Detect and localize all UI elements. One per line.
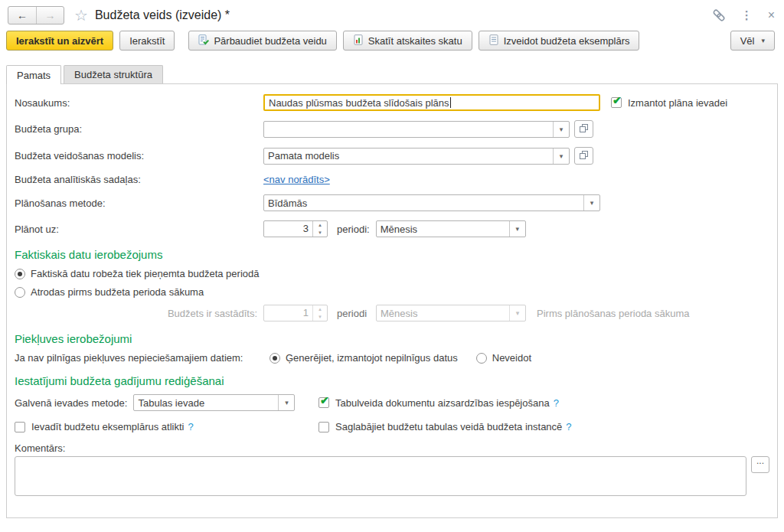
close-icon[interactable]: × <box>768 8 775 22</box>
help-icon[interactable]: ? <box>188 421 193 432</box>
titlebar-actions: ⋮ × <box>712 8 775 22</box>
composed-period-value: Mēnesis <box>377 305 509 321</box>
help-icon[interactable]: ? <box>554 397 559 409</box>
budget-model-combo[interactable]: Pamata modelis ▾ <box>263 148 570 165</box>
radio-in-period[interactable] <box>15 269 25 279</box>
view-report-label: Skatīt atskaites skatu <box>368 35 462 47</box>
budget-type-form-window: ← → ☆ Budžeta veids (izveide) * ⋮ × Iera… <box>0 0 784 518</box>
spin-down-icon: ▼ <box>313 313 327 321</box>
input-method-combo[interactable]: Tabulas ievade ▾ <box>133 394 295 411</box>
open-budget-model-button[interactable] <box>574 147 593 165</box>
composed-periods-label: periodi <box>337 308 367 319</box>
analytics-label: Budžeta analītiskās sadaļas: <box>15 174 263 185</box>
radio-not-create[interactable] <box>476 353 487 364</box>
input-method-cell: Galvenā ievades metode: Tabulas ievade ▾ <box>15 394 318 411</box>
save-and-close-button[interactable]: Ierakstīt un aizvērt <box>6 31 113 51</box>
radio-generate-incomplete-label: Ģenerējiet, izmantojot nepilnīgus datus <box>286 352 458 364</box>
name-row: Nosaukums: Naudas plūsmas budžeta slīdoš… <box>15 94 769 111</box>
access-section-title: Piekļuves ierobežojumi <box>15 332 769 345</box>
access-question-label: Ja nav pilnīgas piekļuves nepieciešamaji… <box>15 352 263 364</box>
spin-up-icon[interactable]: ▲ <box>313 221 327 229</box>
input-method-value: Tabulas ievade <box>134 395 278 410</box>
create-budget-instance-label: Izveidot budžeta eksemplārs <box>504 35 630 47</box>
chevron-down-icon[interactable]: ▾ <box>583 195 599 211</box>
use-plan-input-checkbox[interactable]: ✔ <box>611 97 622 108</box>
more-label: Vēl <box>740 35 755 47</box>
budget-composed-row: Budžets ir sastādīts: 1 ▲ ▼ periodi Mēne… <box>15 305 769 321</box>
spin-up-icon: ▲ <box>313 305 327 313</box>
budget-model-value: Pamata modelis <box>264 149 553 164</box>
protection-checkbox[interactable]: ✔ <box>318 397 329 408</box>
chevron-down-icon[interactable]: ▾ <box>509 221 525 237</box>
chevron-down-icon[interactable]: ▾ <box>553 149 569 164</box>
checkmark-icon: ✔ <box>612 94 622 106</box>
more-button[interactable]: Vēl ▾ <box>730 31 775 51</box>
deferred-checkbox[interactable] <box>15 422 25 432</box>
create-budget-instance-button[interactable]: Izveidot budžeta eksemplārs <box>479 31 640 51</box>
check-budget-type-button[interactable]: Pārbaudiet budžeta veidu <box>188 31 336 51</box>
budget-composed-stepper[interactable]: 1 ▲ ▼ <box>263 305 328 321</box>
save-table-checkbox[interactable] <box>318 422 329 432</box>
budget-group-value <box>264 122 553 137</box>
plan-for-label: Plānot uz: <box>15 224 263 235</box>
link-icon[interactable] <box>712 8 726 22</box>
nav-history-group: ← → <box>8 6 64 24</box>
stepper-buttons: ▲ ▼ <box>312 305 327 321</box>
checkmark-icon: ✔ <box>320 394 329 406</box>
document-icon <box>488 34 499 47</box>
tab-panel-pamats: Nosaukums: Naudas plūsmas budžeta slīdoš… <box>6 83 778 518</box>
save-button[interactable]: Ierakstīt <box>119 31 175 51</box>
report-chart-icon <box>353 34 364 47</box>
plan-for-row: Plānot uz: 3 ▲ ▼ periodi: Mēnesis ▾ <box>15 220 769 237</box>
radio-generate-incomplete[interactable] <box>270 353 280 364</box>
spin-down-icon[interactable]: ▼ <box>313 229 327 237</box>
budget-group-combo[interactable]: ▾ <box>263 121 570 138</box>
comment-area: ... <box>15 456 769 496</box>
view-report-button[interactable]: Skatīt atskaites skatu <box>343 31 472 51</box>
deferred-checkbox-row: Ievadīt budžetu eksemplārus atlikti ? <box>15 421 318 432</box>
fact-limit-option-2: Atrodas pirms budžeta perioda sākuma <box>15 286 769 298</box>
comment-input[interactable] <box>15 456 746 496</box>
check-budget-type-label: Pārbaudiet budžeta veidu <box>214 35 326 47</box>
analytics-not-specified-link[interactable]: <nav norādīts> <box>263 174 330 185</box>
protection-checkbox-row: ✔ Tabulveida dokumentu aizsardzības iesp… <box>318 397 559 409</box>
name-input[interactable]: Naudas plūsmas budžeta slīdošais plāns <box>263 94 600 111</box>
comment-expand-button[interactable]: ... <box>751 456 769 473</box>
model-row: Budžeta veidošanas modelis: Pamata model… <box>15 147 769 165</box>
chevron-down-icon: ▾ <box>509 305 525 321</box>
composed-suffix-label: Pirms plānošanas perioda sākuma <box>537 308 689 319</box>
titlebar: ← → ☆ Budžeta veids (izveide) * ⋮ × <box>0 0 784 26</box>
page-title: Budžeta veids (izveide) * <box>95 8 230 22</box>
tab-pamats[interactable]: Pamats <box>6 65 61 84</box>
plan-for-period-combo[interactable]: Mēnesis ▾ <box>376 220 526 237</box>
planning-method-combo[interactable]: Bīdāmās ▾ <box>263 194 600 211</box>
text-caret <box>450 97 451 108</box>
kebab-menu-icon[interactable]: ⋮ <box>741 8 753 22</box>
forward-button[interactable]: → <box>36 7 64 24</box>
group-label: Budžeta grupa: <box>15 123 263 135</box>
open-list-icon <box>580 150 588 162</box>
analytics-row: Budžeta analītiskās sadaļas: <nav norādī… <box>15 174 769 185</box>
planning-method-value: Bīdāmās <box>264 195 583 211</box>
open-budget-group-button[interactable] <box>574 120 593 138</box>
back-button[interactable]: ← <box>8 7 36 24</box>
plan-for-stepper[interactable]: 3 ▲ ▼ <box>263 220 328 237</box>
planning-method-row: Plānošanas metode: Bīdāmās ▾ <box>15 194 769 211</box>
protection-label: Tabulveida dokumentu aizsardzības iespēj… <box>335 397 550 409</box>
chevron-down-icon[interactable]: ▾ <box>553 122 569 137</box>
radio-before-start[interactable] <box>15 287 25 298</box>
tab-bar: Pamats Budžeta struktūra <box>0 65 784 83</box>
tab-budzeta-struktura[interactable]: Budžeta struktūra <box>64 65 163 83</box>
radio-not-create-label: Neveidot <box>492 352 531 364</box>
chevron-down-icon: ▾ <box>761 37 765 44</box>
ellipsis-icon: ... <box>756 457 764 465</box>
help-icon[interactable]: ? <box>566 421 571 432</box>
favorite-star-icon[interactable]: ☆ <box>74 8 88 23</box>
comment-label: Komentārs: <box>15 442 769 454</box>
deferred-label: Ievadīt budžetu eksemplārus atlikti <box>31 421 184 432</box>
planning-method-label: Plānošanas metode: <box>15 197 263 209</box>
save-table-label: Saglabājiet budžetu tabulas veidā budžet… <box>335 421 562 432</box>
chevron-down-icon[interactable]: ▾ <box>278 395 294 410</box>
stepper-buttons: ▲ ▼ <box>312 221 327 237</box>
checkbox-row-2: Ievadīt budžetu eksemplārus atlikti ? Sa… <box>15 421 769 432</box>
